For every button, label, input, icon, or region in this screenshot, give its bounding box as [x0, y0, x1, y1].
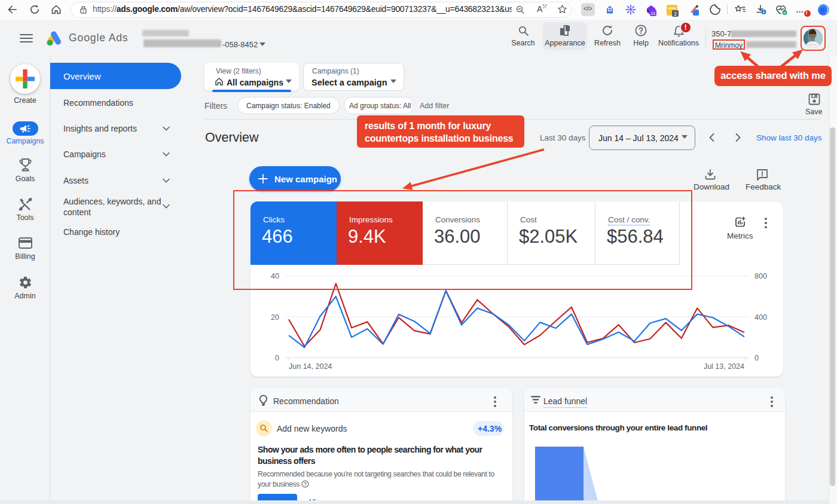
svg-text:400: 400: [754, 313, 767, 322]
svg-text:11: 11: [650, 11, 656, 16]
svg-text:Jun 14, 2024: Jun 14, 2024: [289, 362, 332, 371]
svg-text:Jul 13, 2024: Jul 13, 2024: [704, 362, 744, 371]
svg-text:0: 0: [275, 354, 279, 362]
svg-text:2: 2: [674, 11, 677, 17]
svg-text:20: 20: [271, 313, 279, 322]
svg-text:0: 0: [754, 354, 759, 362]
svg-text:800: 800: [754, 272, 767, 280]
